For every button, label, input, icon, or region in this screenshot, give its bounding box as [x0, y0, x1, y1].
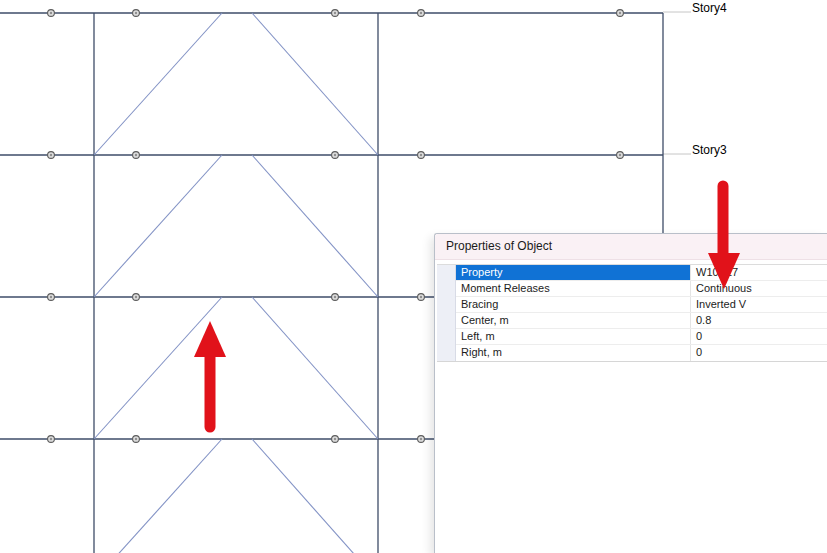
joint-marker-dot	[420, 154, 422, 156]
joint-marker-dot	[50, 154, 52, 156]
property-row-property[interactable]: Property W10X17	[456, 265, 827, 281]
row-gutter	[437, 265, 456, 361]
panel-title-bar[interactable]: Properties of Object	[435, 234, 827, 260]
brace-line[interactable]	[252, 155, 378, 297]
property-label: Bracing	[456, 297, 691, 312]
property-value[interactable]: 0	[691, 329, 827, 344]
joint-marker-dot	[334, 154, 336, 156]
joint-marker-dot	[50, 12, 52, 14]
brace-line[interactable]	[94, 439, 222, 553]
brace-line[interactable]	[252, 439, 378, 553]
joint-marker-dot	[619, 12, 621, 14]
property-value[interactable]: Inverted V	[691, 297, 827, 312]
joint-marker-dot	[135, 438, 137, 440]
brace-line[interactable]	[94, 13, 222, 155]
property-rows: Property W10X17 Moment Releases Continuo…	[456, 265, 827, 361]
property-label: Property	[456, 265, 691, 280]
brace-line[interactable]	[94, 155, 222, 297]
property-grid: Property W10X17 Moment Releases Continuo…	[437, 264, 827, 362]
joint-marker-dot	[619, 154, 621, 156]
property-row-bracing[interactable]: Bracing Inverted V	[456, 297, 827, 313]
property-label: Moment Releases	[456, 281, 691, 296]
joint-marker-dot	[420, 12, 422, 14]
story-label-story4: Story4	[692, 1, 727, 15]
property-row-right[interactable]: Right, m 0	[456, 345, 827, 361]
property-row-center[interactable]: Center, m 0.8	[456, 313, 827, 329]
property-value[interactable]: W10X17	[691, 265, 827, 280]
joint-marker-dot	[334, 12, 336, 14]
brace-line[interactable]	[252, 297, 378, 439]
joint-marker-dot	[135, 12, 137, 14]
property-value[interactable]: Continuous	[691, 281, 827, 296]
panel-title: Properties of Object	[446, 239, 552, 253]
joint-marker-dot	[135, 154, 137, 156]
joint-marker-dot	[50, 296, 52, 298]
joint-marker-dot	[50, 438, 52, 440]
property-row-moment-releases[interactable]: Moment Releases Continuous	[456, 281, 827, 297]
joint-marker-dot	[420, 438, 422, 440]
property-label: Left, m	[456, 329, 691, 344]
app-window: Story4 Story3 Properties of Object Prope…	[0, 0, 827, 553]
brace-line[interactable]	[252, 13, 378, 155]
joint-marker-dot	[135, 296, 137, 298]
joint-marker-dot	[420, 296, 422, 298]
property-row-left[interactable]: Left, m 0	[456, 329, 827, 345]
joint-marker-dot	[334, 296, 336, 298]
brace-line[interactable]	[94, 297, 222, 439]
property-label: Right, m	[456, 345, 691, 361]
property-value[interactable]: 0.8	[691, 313, 827, 328]
property-value[interactable]: 0	[691, 345, 827, 361]
joint-marker-dot	[334, 438, 336, 440]
story-label-story3: Story3	[692, 143, 727, 157]
property-label: Center, m	[456, 313, 691, 328]
properties-panel: Properties of Object Property W10X17 Mom…	[434, 233, 827, 553]
